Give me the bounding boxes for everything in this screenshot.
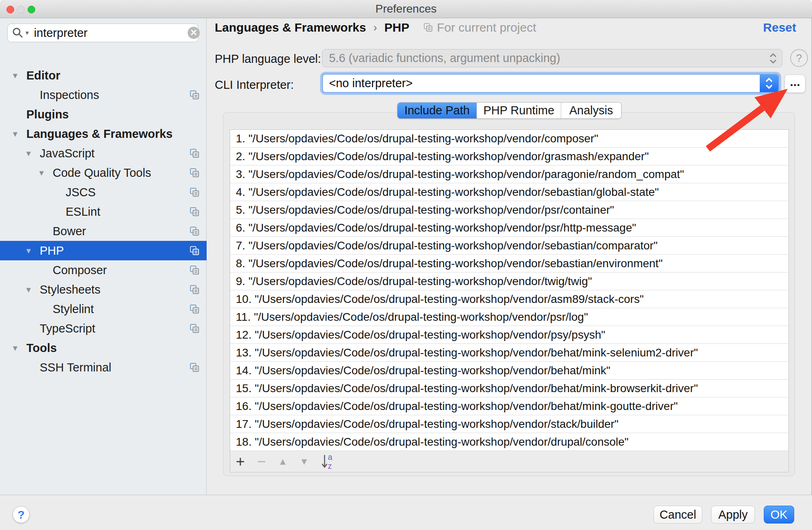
include-path-row[interactable]: 8. "/Users/opdavies/Code/os/drupal-testi… — [230, 255, 788, 273]
include-path-row[interactable]: 3. "/Users/opdavies/Code/os/drupal-testi… — [230, 165, 788, 183]
chevron-down-icon[interactable]: ▼ — [25, 149, 32, 158]
sort-alphabetically-icon[interactable]: a z — [321, 453, 337, 470]
sidebar-item-label: Languages & Frameworks — [26, 127, 173, 141]
include-path-row[interactable]: 9. "/Users/opdavies/Code/os/drupal-testi… — [230, 273, 788, 290]
sidebar-item-label: ESLint — [66, 205, 100, 219]
per-project-settings-icon — [189, 323, 200, 334]
sidebar-item-eslint[interactable]: ESLint — [0, 202, 207, 221]
sidebar-item-label: Plugins — [26, 108, 69, 121]
sidebar-item-inspections[interactable]: Inspections — [0, 85, 207, 105]
php-tabs: Include PathPHP RuntimeAnalysis — [397, 102, 622, 119]
sidebar-item-javascript[interactable]: ▼ JavaScript — [0, 144, 207, 163]
include-path-row[interactable]: 4. "/Users/opdavies/Code/os/drupal-testi… — [230, 183, 788, 201]
include-path-row[interactable]: 10. "/Users/opdavies/Code/os/drupal-test… — [230, 290, 788, 308]
chevron-down-icon[interactable]: ▼ — [25, 285, 32, 294]
ok-button[interactable]: OK — [764, 506, 794, 524]
sidebar-item-label: PHP — [40, 244, 64, 257]
include-path-row[interactable]: 2. "/Users/opdavies/Code/os/drupal-testi… — [230, 148, 788, 165]
include-path-row[interactable]: 13. "/Users/opdavies/Code/os/drupal-test… — [230, 344, 788, 362]
sidebar-item-bower[interactable]: Bower — [0, 221, 207, 241]
sidebar-item-stylesheets[interactable]: ▼ Stylesheets — [0, 280, 207, 299]
search-icon: ▼ — [12, 27, 30, 39]
reset-link[interactable]: Reset — [763, 19, 796, 36]
sidebar-item-label: SSH Terminal — [40, 361, 111, 374]
per-project-settings-icon — [189, 167, 200, 178]
chevron-down-icon[interactable]: ▼ — [11, 71, 19, 80]
include-path-row[interactable]: 7. "/Users/opdavies/Code/os/drupal-testi… — [230, 237, 788, 255]
sidebar-item-code-quality-tools[interactable]: ▼ Code Quality Tools — [0, 163, 207, 182]
move-up-icon[interactable]: ▲ — [278, 453, 287, 470]
window-title: Preferences — [0, 0, 812, 18]
sidebar-item-label: JavaScript — [40, 147, 94, 160]
sidebar-item-label: Composer — [53, 264, 107, 277]
settings-tree: ▼ Editor Inspections Plugins ▼ Languages… — [0, 66, 207, 377]
tab-analysis[interactable]: Analysis — [561, 103, 621, 119]
chevron-down-icon[interactable]: ▼ — [25, 247, 32, 255]
svg-text:z: z — [328, 461, 332, 470]
chevron-down-icon[interactable]: ▼ — [11, 130, 19, 139]
include-path-row[interactable]: 17. "/Users/opdavies/Code/os/drupal-test… — [230, 415, 788, 433]
per-project-settings-icon — [189, 206, 200, 217]
remove-path-icon[interactable]: − — [257, 453, 266, 470]
php-settings-panel: 1. "/Users/opdavies/Code/os/drupal-testi… — [223, 112, 795, 476]
stepper-icon-active[interactable] — [760, 75, 778, 92]
search-options-chevron-icon[interactable]: ▼ — [24, 30, 30, 36]
tab-include-path[interactable]: Include Path — [397, 103, 477, 119]
help-button[interactable]: ? — [13, 506, 30, 523]
breadcrumb-parent[interactable]: Languages & Frameworks — [215, 21, 366, 34]
per-project-settings-icon — [189, 90, 200, 101]
settings-search-field[interactable]: ▼ ✕ — [7, 24, 199, 42]
list-toolbar: + − ▲ ▼ a z — [230, 451, 788, 472]
per-project-settings-icon — [189, 226, 200, 237]
sidebar-item-languages-frameworks[interactable]: ▼ Languages & Frameworks — [0, 124, 207, 144]
include-path-row[interactable]: 15. "/Users/opdavies/Code/os/drupal-test… — [230, 380, 788, 397]
help-icon[interactable]: ? — [790, 49, 808, 67]
sidebar-item-tools[interactable]: ▼ Tools — [0, 338, 207, 358]
sidebar-item-label: TypeScript — [40, 322, 95, 335]
sidebar-item-label: Inspections — [40, 88, 99, 102]
cli-interpreter-label: CLI Interpreter: — [215, 78, 294, 92]
sidebar-item-label: Stylesheets — [40, 283, 100, 296]
sidebar-item-stylelint[interactable]: Stylelint — [0, 299, 207, 319]
move-down-icon[interactable]: ▼ — [299, 453, 309, 470]
include-path-row[interactable]: 12. "/Users/opdavies/Code/os/drupal-test… — [230, 326, 788, 344]
sidebar-item-jscs[interactable]: JSCS — [0, 182, 207, 202]
cli-interpreter-value: <no interpreter> — [323, 77, 760, 90]
add-path-icon[interactable]: + — [236, 453, 245, 470]
apply-button[interactable]: Apply — [711, 506, 755, 524]
tab-php-runtime[interactable]: PHP Runtime — [477, 103, 561, 119]
preferences-window: Preferences ▼ ✕ ▼ Editor Inspections — [0, 0, 812, 530]
scope-note-label: For current project — [437, 21, 536, 34]
sidebar-item-php[interactable]: ▼ PHP — [0, 241, 207, 260]
sidebar-item-editor[interactable]: ▼ Editor — [0, 66, 207, 85]
browse-interpreters-button[interactable]: ... — [784, 75, 806, 93]
chevron-down-icon[interactable]: ▼ — [11, 344, 19, 353]
cancel-button[interactable]: Cancel — [654, 506, 702, 524]
sidebar-item-plugins[interactable]: Plugins — [0, 105, 207, 124]
breadcrumb-separator: › — [373, 21, 377, 34]
include-path-row[interactable]: 1. "/Users/opdavies/Code/os/drupal-testi… — [230, 130, 788, 148]
sidebar-item-label: Code Quality Tools — [53, 166, 151, 180]
breadcrumb-current: PHP — [384, 21, 409, 34]
language-level-select[interactable]: 5.6 (variadic functions, argument unpack… — [322, 49, 782, 67]
include-path-row[interactable]: 6. "/Users/opdavies/Code/os/drupal-testi… — [230, 219, 788, 237]
chevron-down-icon[interactable]: ▼ — [38, 169, 45, 178]
settings-sidebar: ▼ ✕ ▼ Editor Inspections Plugins ▼ Langu… — [0, 18, 207, 495]
include-path-row[interactable]: 5. "/Users/opdavies/Code/os/drupal-testi… — [230, 201, 788, 219]
breadcrumb: Languages & Frameworks › PHP For current… — [215, 19, 536, 36]
sidebar-item-ssh-terminal[interactable]: SSH Terminal — [0, 358, 207, 377]
include-path-row[interactable]: 18. "/Users/opdavies/Code/os/drupal-test… — [230, 433, 788, 451]
include-path-row[interactable]: 11. "/Users/opdavies/Code/os/drupal-test… — [230, 308, 788, 326]
cli-interpreter-select[interactable]: <no interpreter> — [322, 74, 779, 93]
sidebar-item-composer[interactable]: Composer — [0, 260, 207, 280]
include-path-row[interactable]: 16. "/Users/opdavies/Code/os/drupal-test… — [230, 397, 788, 415]
sidebar-item-label: Stylelint — [53, 303, 94, 316]
include-path-row[interactable]: 14. "/Users/opdavies/Code/os/drupal-test… — [230, 362, 788, 380]
clear-search-icon[interactable]: ✕ — [188, 27, 200, 39]
scope-note: For current project — [423, 21, 536, 34]
per-project-settings-icon — [189, 265, 200, 276]
sidebar-item-label: Editor — [26, 69, 60, 82]
sidebar-item-typescript[interactable]: TypeScript — [0, 319, 207, 338]
svg-text:a: a — [328, 453, 333, 461]
search-input[interactable] — [33, 26, 188, 40]
